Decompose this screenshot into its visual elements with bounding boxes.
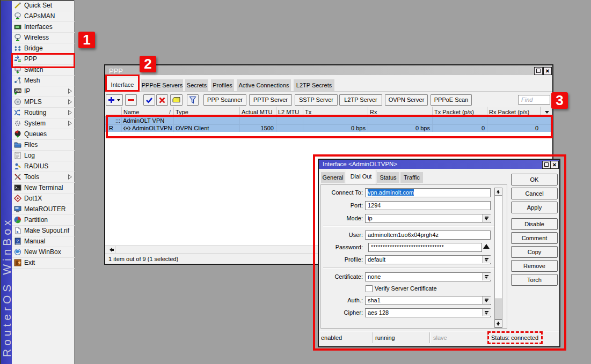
svg-text:?: ? <box>17 239 19 243</box>
svg-text:255: 255 <box>15 89 21 93</box>
